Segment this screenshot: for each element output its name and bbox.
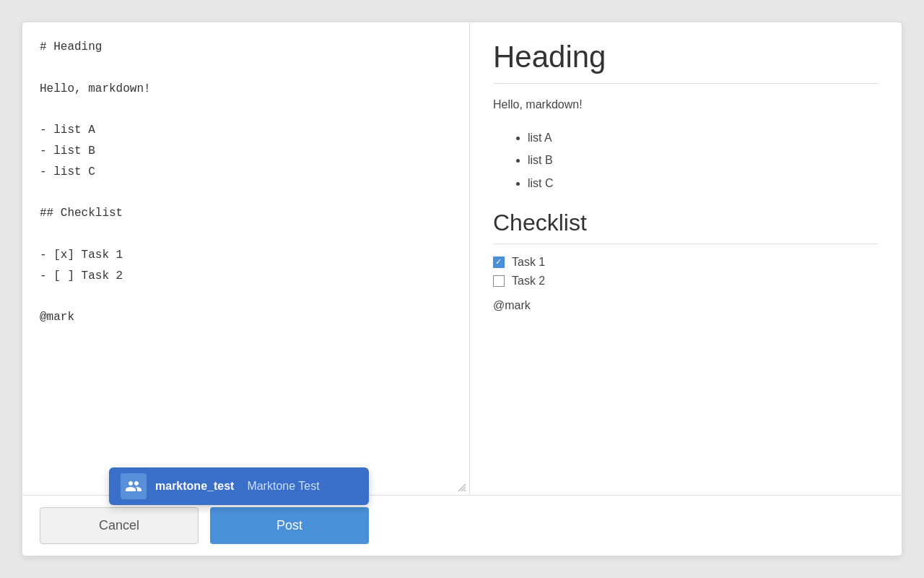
autocomplete-username: marktone_test	[155, 480, 234, 493]
task1-label: Task 1	[512, 256, 545, 269]
resize-handle[interactable]	[455, 480, 466, 492]
task2-label: Task 2	[512, 275, 545, 288]
editor-pane: # Heading Hello, markdown! - list A - li…	[22, 22, 470, 495]
task2-checkbox[interactable]	[493, 275, 505, 287]
checklist-item-1: Task 1	[493, 256, 879, 269]
markdown-editor[interactable]: # Heading Hello, markdown! - list A - li…	[40, 37, 452, 480]
post-button[interactable]: Post	[210, 507, 369, 544]
editor-area: # Heading Hello, markdown! - list A - li…	[22, 22, 902, 495]
list-item: list C	[528, 174, 879, 193]
preview-list: list A list B list C	[493, 129, 879, 193]
preview-paragraph: Hello, markdown!	[493, 95, 879, 114]
preview-pane: Heading Hello, markdown! list A list B l…	[470, 22, 902, 495]
preview-heading-2: Checklist	[493, 210, 879, 244]
footer-area: Cancel Post marktone_test Marktone Test	[22, 495, 902, 556]
list-item: list B	[528, 151, 879, 170]
autocomplete-display-name: Marktone Test	[247, 480, 319, 493]
preview-heading-1: Heading	[493, 40, 879, 84]
modal-container: # Heading Hello, markdown! - list A - li…	[22, 22, 902, 556]
preview-at-mention: @mark	[493, 299, 879, 312]
list-item: list A	[528, 129, 879, 147]
checklist-item-2: Task 2	[493, 275, 879, 288]
cancel-button[interactable]: Cancel	[40, 507, 199, 544]
task1-checkbox[interactable]	[493, 256, 505, 268]
user-avatar	[121, 473, 147, 499]
autocomplete-dropdown[interactable]: marktone_test Marktone Test	[109, 467, 369, 505]
